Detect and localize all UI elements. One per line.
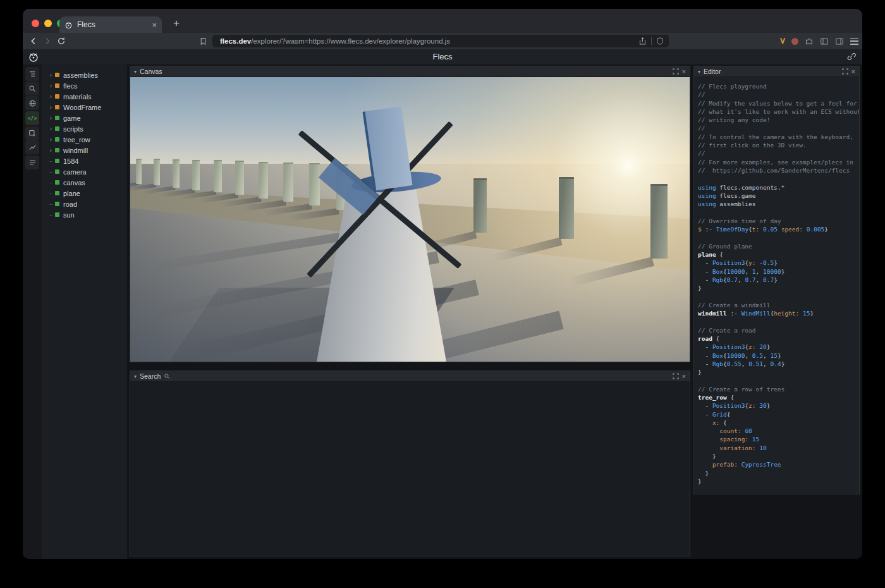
extension-dot-icon[interactable] <box>791 38 798 45</box>
code-line: - Rgb{0.7, 0.7, 0.7} <box>698 276 859 284</box>
code-line: using flecs.components.* <box>698 183 859 192</box>
tab-close-icon[interactable]: × <box>152 20 157 30</box>
search-results-area[interactable] <box>130 382 690 556</box>
cypress-tree-3d <box>283 162 293 202</box>
explorer-content: </> ›assemblies›flecs›materials›WoodFram… <box>23 64 862 559</box>
code-line: // Flecs playground <box>698 82 859 90</box>
code-line: - Box{10000, 0.5, 15} <box>698 352 859 360</box>
fullscreen-icon[interactable] <box>673 68 679 75</box>
window-close-button[interactable] <box>32 20 39 27</box>
sidebar-toggle-icon[interactable] <box>820 37 829 46</box>
code-line: // Create a windmill <box>698 301 859 309</box>
search-panel-header[interactable]: ▾ Search × <box>130 371 690 382</box>
tree-item-scripts[interactable]: ›scripts <box>42 123 127 134</box>
script-code-icon[interactable]: </> <box>25 111 39 125</box>
tree-item-WoodFrame[interactable]: ›WoodFrame <box>42 102 127 113</box>
browser-window: Flecs × + flecs.dev /explorer/?wasm=http… <box>23 9 862 559</box>
canvas-panel-title: Canvas <box>140 68 162 75</box>
expand-chevron-icon[interactable]: › <box>47 125 54 132</box>
icon-rail: </> <box>23 64 42 559</box>
bookmark-sidebar-icon[interactable] <box>197 35 209 47</box>
tree-item-label: plane <box>63 190 80 197</box>
entity-type-square-icon <box>55 191 59 195</box>
queries-icon[interactable] <box>25 156 39 169</box>
brave-shield-icon[interactable] <box>656 37 664 46</box>
flecs-favicon-icon <box>64 21 73 29</box>
collapse-caret-icon[interactable]: ▾ <box>698 69 700 75</box>
canvas-panel-header[interactable]: ▾ Canvas × <box>130 66 690 77</box>
close-panel-icon[interactable]: × <box>682 373 686 380</box>
tree-item-road[interactable]: –road <box>42 199 127 209</box>
tree-item-1584[interactable]: –1584 <box>42 156 127 166</box>
code-line: - Box{10000, 1, 10000} <box>698 267 859 276</box>
collapse-caret-icon[interactable]: ▾ <box>134 374 137 379</box>
tree-item-flecs[interactable]: ›flecs <box>42 80 127 91</box>
tree-item-canvas[interactable]: –canvas <box>42 177 127 188</box>
expand-chevron-icon[interactable]: › <box>47 104 54 111</box>
leaf-dash-icon: – <box>47 190 54 196</box>
expand-chevron-icon[interactable]: › <box>47 136 54 143</box>
tree-item-materials[interactable]: ›materials <box>42 91 127 102</box>
browser-tab[interactable]: Flecs × <box>59 16 162 33</box>
inspect-icon[interactable] <box>25 126 39 140</box>
stats-icon[interactable] <box>25 140 39 154</box>
cypress-tree-3d <box>309 163 320 205</box>
code-line: // Ground plane <box>698 242 859 250</box>
code-area[interactable]: // Flecs playground//// Modify the value… <box>694 77 859 494</box>
tree-item-sun[interactable]: –sun <box>42 209 127 220</box>
cypress-tree-3d <box>259 162 268 199</box>
tree-item-label: windmill <box>63 147 88 154</box>
close-panel-icon[interactable]: × <box>682 68 686 75</box>
tree-item-windmill[interactable]: ›windmill <box>42 145 127 156</box>
tree-item-label: 1584 <box>63 157 78 165</box>
entity-type-square-icon <box>55 94 59 99</box>
code-line <box>698 317 859 326</box>
leaf-dash-icon: – <box>47 158 54 164</box>
editor-panel-header[interactable]: ▾ Editor × <box>694 66 859 77</box>
code-line: x: { <box>698 419 859 427</box>
collapse-caret-icon[interactable]: ▾ <box>134 69 137 75</box>
leaf-dash-icon: – <box>47 201 54 207</box>
code-line: // To control the camera with the keyboa… <box>698 133 859 141</box>
back-button[interactable] <box>28 35 39 47</box>
code-line: } <box>698 469 859 477</box>
new-tab-button[interactable]: + <box>168 15 185 32</box>
expand-chevron-icon[interactable]: › <box>47 147 54 154</box>
puzzle-extensions-icon[interactable] <box>805 37 814 46</box>
address-bar[interactable]: flecs.dev /explorer/?wasm=https://www.fl… <box>212 35 669 47</box>
expand-chevron-icon[interactable]: › <box>47 114 54 121</box>
window-minimize-button[interactable] <box>44 20 52 27</box>
fullscreen-icon[interactable] <box>673 373 679 379</box>
tree-item-camera[interactable]: –camera <box>42 166 127 177</box>
expand-chevron-icon[interactable]: › <box>47 82 54 89</box>
entity-type-square-icon <box>55 159 59 163</box>
reload-button[interactable] <box>56 35 67 47</box>
search-icon[interactable] <box>25 82 39 95</box>
close-panel-icon[interactable]: × <box>851 68 855 75</box>
fullscreen-icon[interactable] <box>842 68 848 75</box>
entity-outline-icon[interactable] <box>25 67 39 81</box>
cypress-tree-3d <box>192 160 200 190</box>
url-path: /explorer/?wasm=https://www.flecs.dev/ex… <box>251 37 638 45</box>
canvas-3d-scene[interactable] <box>130 77 690 362</box>
browser-menu-icon[interactable] <box>850 38 858 45</box>
tree-item-label: camera <box>63 168 87 176</box>
tree-item-tree_row[interactable]: ›tree_row <box>42 134 127 145</box>
split-panel-icon[interactable] <box>835 37 844 46</box>
expand-chevron-icon[interactable]: › <box>47 93 54 100</box>
forward-button[interactable] <box>42 35 53 47</box>
entity-type-square-icon <box>55 212 59 217</box>
share-link-icon[interactable] <box>846 52 856 61</box>
v-extension-icon[interactable]: V <box>780 37 785 46</box>
expand-chevron-icon[interactable]: › <box>47 71 54 78</box>
search-panel: ▾ Search × <box>130 371 690 556</box>
share-icon[interactable] <box>638 37 647 46</box>
tree-item-game[interactable]: ›game <box>42 113 127 123</box>
code-line: } <box>698 452 859 460</box>
tree-item-plane[interactable]: –plane <box>42 188 127 199</box>
world-icon[interactable] <box>25 96 39 110</box>
code-line: - Rgb{0.55, 0.51, 0.4} <box>698 360 859 368</box>
code-line: windmill :- WindMill{height: 15} <box>698 309 859 317</box>
code-line: // writing any code! <box>698 116 859 124</box>
tree-item-assemblies[interactable]: ›assemblies <box>42 70 127 80</box>
